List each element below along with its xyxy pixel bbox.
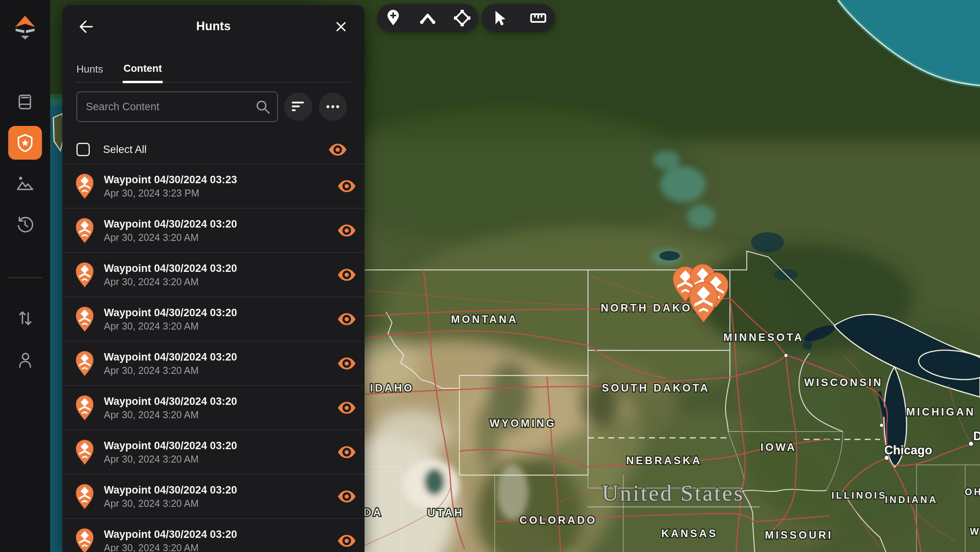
eye-icon (328, 143, 347, 157)
waypoint-text: Waypoint 04/30/2024 03:23 Apr 30, 2024 3… (104, 173, 237, 199)
select-all-checkbox[interactable] (76, 143, 90, 156)
waypoint-row[interactable]: Waypoint 04/30/2024 03:20 Apr 30, 2024 3… (62, 253, 365, 297)
waypoint-text: Waypoint 04/30/2024 03:20 Apr 30, 2024 3… (104, 217, 237, 244)
waypoint-row[interactable]: Waypoint 04/30/2024 03:20 Apr 30, 2024 3… (62, 208, 365, 253)
waypoint-title: Waypoint 04/30/2024 03:23 (104, 173, 237, 187)
waypoint-pin-icon (74, 173, 95, 199)
mountains-icon (15, 173, 35, 194)
visibility-eye-button[interactable] (336, 222, 358, 239)
book-icon (15, 92, 35, 112)
visibility-eye-button[interactable] (336, 355, 358, 372)
visibility-eye-button[interactable] (336, 399, 358, 416)
state-label-wisconsin: WISCONSIN (804, 377, 883, 388)
waypoint-title: Waypoint 04/30/2024 03:20 (104, 483, 237, 497)
state-label-minnesota: MINNESOTA (724, 332, 804, 343)
toggle-all-visibility-button[interactable] (327, 141, 348, 158)
ruler-icon (530, 10, 546, 26)
waypoint-text: Waypoint 04/30/2024 03:20 Apr 30, 2024 3… (104, 483, 237, 510)
waypoint-title: Waypoint 04/30/2024 03:20 (104, 394, 237, 408)
state-label-wv-cut: W (970, 526, 980, 537)
visibility-eye-button[interactable] (336, 488, 358, 505)
app-sidebar (0, 0, 50, 552)
state-label-utah: UTAH (428, 507, 464, 519)
state-label-montana: MONTANA (451, 313, 518, 325)
history-icon (15, 214, 35, 235)
waypoint-timestamp: Apr 30, 2024 3:20 AM (104, 320, 237, 332)
select-all-row: Select All (76, 135, 365, 164)
waypoint-text: Waypoint 04/30/2024 03:20 Apr 30, 2024 3… (104, 350, 237, 377)
select-cursor-button[interactable] (487, 7, 510, 29)
waypoint-pin-plus-icon (385, 10, 401, 26)
sidebar-maps-button[interactable] (8, 85, 42, 119)
waypoint-pin-icon (74, 261, 95, 288)
search-row (76, 91, 351, 123)
state-label-iowa: IOWA (760, 441, 797, 453)
draw-path-button[interactable] (416, 7, 439, 29)
waypoint-row[interactable]: Waypoint 04/30/2024 03:20 Apr 30, 2024 3… (62, 519, 365, 552)
waypoint-timestamp: Apr 30, 2024 3:20 AM (104, 275, 237, 288)
waypoint-row[interactable]: Waypoint 04/30/2024 03:20 Apr 30, 2024 3… (62, 474, 365, 519)
state-label-nevada-cut: DA (364, 506, 383, 518)
close-icon (332, 18, 350, 35)
draw-shape-button[interactable] (451, 7, 474, 29)
waypoint-list: Waypoint 04/30/2024 03:23 Apr 30, 2024 3… (62, 164, 365, 552)
eye-icon (338, 490, 356, 503)
waypoint-pin-icon (74, 350, 95, 377)
select-all-label: Select All (103, 144, 147, 156)
more-options-button[interactable] (319, 93, 347, 121)
state-label-missouri: MISSOURI (765, 529, 833, 541)
waypoint-row[interactable]: Waypoint 04/30/2024 03:20 Apr 30, 2024 3… (62, 430, 365, 474)
sidebar-divider (8, 277, 42, 278)
waypoint-pin-icon (74, 439, 95, 465)
sort-button[interactable] (284, 93, 312, 121)
waypoint-title: Waypoint 04/30/2024 03:20 (104, 306, 237, 320)
waypoint-row[interactable]: Waypoint 04/30/2024 03:23 Apr 30, 2024 3… (62, 164, 365, 208)
close-button[interactable] (331, 17, 351, 37)
visibility-eye-button[interactable] (336, 178, 358, 195)
city-label-detroit-cut: D (973, 429, 980, 443)
waypoint-row[interactable]: Waypoint 04/30/2024 03:20 Apr 30, 2024 3… (62, 386, 365, 430)
state-label-colorado: COLORADO (519, 514, 597, 526)
add-waypoint-button[interactable] (382, 7, 405, 29)
measure-button[interactable] (527, 7, 550, 29)
eye-icon (338, 445, 356, 459)
waypoint-row[interactable]: Waypoint 04/30/2024 03:20 Apr 30, 2024 3… (62, 341, 365, 386)
eye-icon (338, 268, 356, 282)
state-label-south-dakota: SOUTH DAKOTA (602, 382, 710, 394)
sidebar-hunts-button[interactable] (8, 126, 42, 160)
waypoint-pin-icon (74, 217, 95, 244)
sidebar-history-button[interactable] (8, 208, 42, 241)
waypoint-text: Waypoint 04/30/2024 03:20 Apr 30, 2024 3… (104, 261, 237, 288)
eye-icon (338, 312, 356, 326)
waypoint-title: Waypoint 04/30/2024 03:20 (104, 439, 237, 453)
visibility-eye-button[interactable] (336, 311, 358, 328)
search-box (76, 91, 278, 122)
back-arrow-icon (77, 18, 94, 35)
state-label-nebraska: NEBRASKA (626, 455, 702, 466)
visibility-eye-button[interactable] (336, 266, 358, 283)
visibility-eye-button[interactable] (336, 532, 358, 549)
tab-content[interactable]: Content (123, 62, 163, 83)
waypoint-timestamp: Apr 30, 2024 3:20 AM (104, 408, 237, 421)
polygon-shape-icon (454, 10, 470, 26)
eye-icon (338, 401, 356, 415)
waypoint-timestamp: Apr 30, 2024 3:20 AM (104, 541, 237, 552)
shield-star-icon (15, 133, 35, 153)
visibility-eye-button[interactable] (336, 444, 358, 461)
sidebar-sync-button[interactable] (8, 301, 42, 335)
ellipsis-icon (326, 105, 339, 109)
country-label-united-states: United States (602, 480, 744, 506)
waypoint-row[interactable]: Waypoint 04/30/2024 03:20 Apr 30, 2024 3… (62, 297, 365, 341)
basemap-logo[interactable] (10, 12, 40, 44)
back-button[interactable] (76, 17, 96, 37)
sidebar-terrain-button[interactable] (8, 167, 42, 200)
person-icon (15, 350, 35, 370)
search-input[interactable] (76, 91, 278, 122)
sidebar-account-button[interactable] (8, 343, 42, 377)
path-line-icon (419, 10, 436, 26)
waypoint-title: Waypoint 04/30/2024 03:20 (104, 527, 237, 541)
panel-tabs: Hunts Content (76, 62, 350, 82)
waypoint-text: Waypoint 04/30/2024 03:20 Apr 30, 2024 3… (104, 527, 237, 552)
tab-hunts[interactable]: Hunts (76, 62, 104, 82)
state-label-kansas: KANSAS (661, 528, 718, 539)
